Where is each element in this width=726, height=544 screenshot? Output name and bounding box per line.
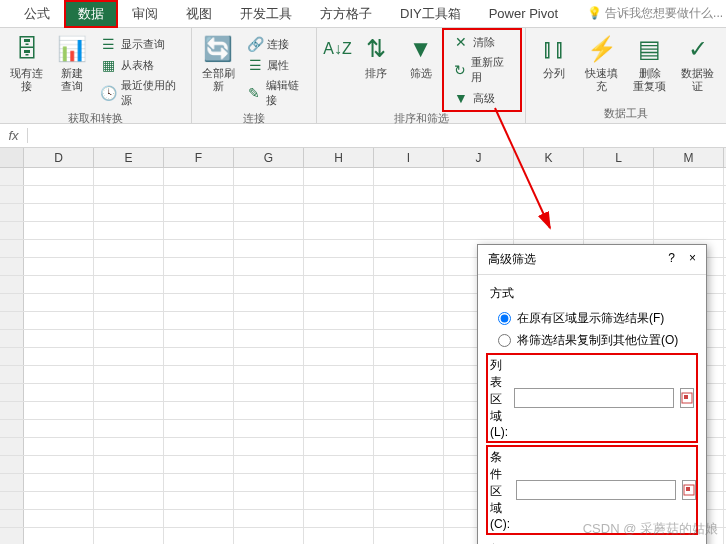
cell[interactable] xyxy=(514,204,584,221)
row-header[interactable] xyxy=(0,438,24,455)
cell[interactable] xyxy=(304,186,374,203)
sort-asc-button[interactable]: A↓Z xyxy=(323,31,351,67)
cell[interactable] xyxy=(94,456,164,473)
cell[interactable] xyxy=(304,456,374,473)
existing-connections-button[interactable]: 🗄 现有连接 xyxy=(6,31,47,95)
cell[interactable] xyxy=(374,510,444,527)
cell[interactable] xyxy=(374,366,444,383)
tell-me[interactable]: 💡告诉我您想要做什么... xyxy=(587,5,723,22)
cell[interactable] xyxy=(374,492,444,509)
cell[interactable] xyxy=(234,240,304,257)
row-header[interactable] xyxy=(0,186,24,203)
cell[interactable] xyxy=(94,474,164,491)
cell[interactable] xyxy=(444,168,514,185)
cell[interactable] xyxy=(94,294,164,311)
cell[interactable] xyxy=(234,420,304,437)
cell[interactable] xyxy=(444,222,514,239)
cell[interactable] xyxy=(164,258,234,275)
cell[interactable] xyxy=(304,348,374,365)
tab-ffgz[interactable]: 方方格子 xyxy=(306,0,386,28)
cell[interactable] xyxy=(374,474,444,491)
cell[interactable] xyxy=(374,276,444,293)
cell[interactable] xyxy=(234,330,304,347)
help-button[interactable]: ? xyxy=(668,251,675,268)
cell[interactable] xyxy=(94,348,164,365)
cell[interactable] xyxy=(164,492,234,509)
row-header[interactable] xyxy=(0,492,24,509)
cell[interactable] xyxy=(164,438,234,455)
cell[interactable] xyxy=(234,276,304,293)
filter-button[interactable]: ▼ 筛选 xyxy=(400,31,441,82)
cell[interactable] xyxy=(374,420,444,437)
col-header[interactable]: K xyxy=(514,148,584,167)
cell[interactable] xyxy=(304,312,374,329)
cell[interactable] xyxy=(374,330,444,347)
tab-review[interactable]: 审阅 xyxy=(118,0,172,28)
cell[interactable] xyxy=(514,168,584,185)
cell[interactable] xyxy=(234,456,304,473)
cell[interactable] xyxy=(94,420,164,437)
cell[interactable] xyxy=(584,222,654,239)
cell[interactable] xyxy=(514,222,584,239)
cell[interactable] xyxy=(304,222,374,239)
cell[interactable] xyxy=(304,420,374,437)
col-header[interactable]: D xyxy=(24,148,94,167)
cell[interactable] xyxy=(234,312,304,329)
cell[interactable] xyxy=(304,510,374,527)
cell[interactable] xyxy=(164,186,234,203)
col-header[interactable]: L xyxy=(584,148,654,167)
cell[interactable] xyxy=(374,438,444,455)
flash-fill-button[interactable]: ⚡ 快速填充 xyxy=(580,31,624,95)
cell[interactable] xyxy=(304,402,374,419)
cell[interactable] xyxy=(94,186,164,203)
cell[interactable] xyxy=(234,492,304,509)
cell[interactable] xyxy=(584,168,654,185)
cell[interactable] xyxy=(304,492,374,509)
cell[interactable] xyxy=(164,348,234,365)
criteria-range-input[interactable] xyxy=(516,480,676,500)
cell[interactable] xyxy=(304,294,374,311)
properties-button[interactable]: ☰属性 xyxy=(243,56,310,74)
cell[interactable] xyxy=(24,438,94,455)
cell[interactable] xyxy=(584,186,654,203)
row-header[interactable] xyxy=(0,168,24,185)
radio-label[interactable]: 在原有区域显示筛选结果(F) xyxy=(517,310,664,327)
cell[interactable] xyxy=(234,438,304,455)
cell[interactable] xyxy=(24,492,94,509)
cell[interactable] xyxy=(374,168,444,185)
cell[interactable] xyxy=(24,168,94,185)
cell[interactable] xyxy=(24,258,94,275)
clear-filter-button[interactable]: ✕清除 xyxy=(449,33,515,51)
cell[interactable] xyxy=(24,276,94,293)
cell[interactable] xyxy=(24,222,94,239)
cell[interactable] xyxy=(94,204,164,221)
cell[interactable] xyxy=(164,204,234,221)
cell[interactable] xyxy=(304,204,374,221)
cell[interactable] xyxy=(374,186,444,203)
cell[interactable] xyxy=(444,204,514,221)
cell[interactable] xyxy=(374,384,444,401)
cell[interactable] xyxy=(164,276,234,293)
list-range-input[interactable] xyxy=(514,388,674,408)
cell[interactable] xyxy=(24,474,94,491)
dialog-titlebar[interactable]: 高级筛选 ? × xyxy=(478,245,706,275)
row-header[interactable] xyxy=(0,474,24,491)
tab-dev[interactable]: 开发工具 xyxy=(226,0,306,28)
cell[interactable] xyxy=(24,186,94,203)
recent-sources-button[interactable]: 🕓最近使用的源 xyxy=(97,77,185,109)
cell[interactable] xyxy=(94,258,164,275)
cell[interactable] xyxy=(234,474,304,491)
refresh-all-button[interactable]: 🔄 全部刷新 xyxy=(198,31,239,95)
cell[interactable] xyxy=(164,402,234,419)
cell[interactable] xyxy=(304,168,374,185)
advanced-filter-button[interactable]: ▼高级 xyxy=(449,89,515,107)
cell[interactable] xyxy=(24,510,94,527)
cell[interactable] xyxy=(234,402,304,419)
cell[interactable] xyxy=(24,204,94,221)
cell[interactable] xyxy=(94,330,164,347)
from-table-button[interactable]: ▦从表格 xyxy=(97,56,185,74)
cell[interactable] xyxy=(164,240,234,257)
row-header[interactable] xyxy=(0,330,24,347)
cell[interactable] xyxy=(304,330,374,347)
radio-label[interactable]: 将筛选结果复制到其他位置(O) xyxy=(517,332,678,349)
